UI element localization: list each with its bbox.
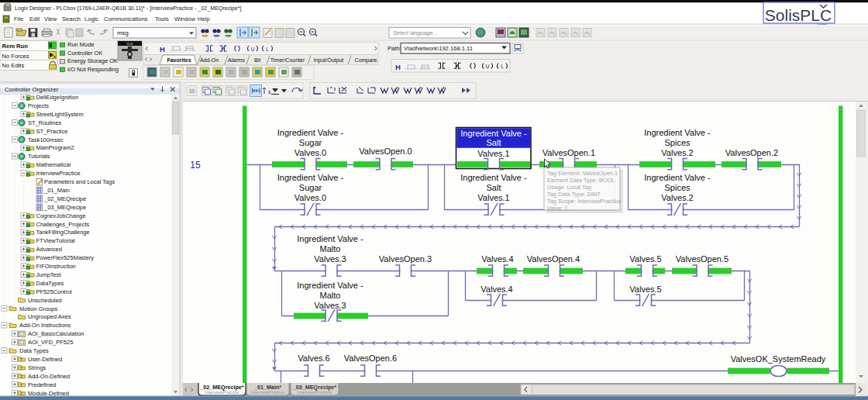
svg-text:T: T: [20, 367, 22, 371]
svg-text:Energy Storage OK: Energy Storage OK: [67, 57, 118, 64]
svg-text:Tag Scope: InterviewPractice: Tag Scope: InterviewPractice: [547, 198, 621, 205]
svg-text:StreetLightSystem: StreetLightSystem: [36, 111, 84, 118]
svg-text:Valves.5: Valves.5: [629, 254, 661, 264]
svg-text:U: U: [486, 64, 490, 69]
svg-text:Valves.6: Valves.6: [298, 353, 329, 363]
svg-text:_02_MEQrecipe: _02_MEQrecipe: [43, 195, 86, 202]
svg-text:Ingredient Valve -: Ingredient Valve -: [460, 173, 527, 182]
svg-text:Predefined: Predefined: [28, 381, 56, 388]
svg-text:RUN: RUN: [126, 43, 133, 46]
svg-text:Valves.2: Valves.2: [661, 148, 693, 157]
svg-text:Select language...: Select language...: [393, 29, 438, 36]
svg-text:ST_Routines: ST_Routines: [28, 119, 62, 126]
svg-text:Edit: Edit: [29, 16, 40, 22]
svg-text:Valves.4: Valves.4: [480, 284, 512, 294]
svg-text:Add-On-Defined: Add-On-Defined: [28, 373, 70, 380]
svg-text:Ingredient Valve -: Ingredient Valve -: [277, 128, 344, 137]
svg-text:ValvesOpen.0: ValvesOpen.0: [359, 147, 412, 156]
svg-text:Ingredient Valve -: Ingredient Valve -: [277, 173, 344, 182]
svg-text:No Edits: No Edits: [2, 62, 25, 69]
svg-text:TankFillingChallenge: TankFillingChallenge: [36, 229, 90, 236]
svg-text:Projects: Projects: [28, 102, 49, 109]
svg-text:Mathematical: Mathematical: [36, 161, 71, 168]
svg-text:Ingredient Valve -: Ingredient Valve -: [644, 128, 711, 137]
svg-text:Tag Data Type: DINT: Tag Data Type: DINT: [547, 191, 601, 198]
svg-text:PF525Control: PF525Control: [36, 288, 73, 295]
svg-text:Input/Output: Input/Output: [314, 57, 344, 64]
svg-text:10: 10: [189, 88, 195, 94]
svg-text:Add-On Instructions: Add-On Instructions: [19, 322, 71, 329]
svg-text:Valves.2: Valves.2: [661, 193, 693, 202]
svg-text:Timer/Counter: Timer/Counter: [270, 57, 305, 63]
svg-text:Valves.5: Valves.5: [629, 284, 661, 294]
svg-text:Spices: Spices: [664, 138, 691, 147]
svg-text:Value: 1: Value: 1: [547, 205, 568, 212]
svg-text:View: View: [44, 16, 57, 22]
svg-text:ValvesOK_SystemReady: ValvesOK_SystemReady: [731, 354, 826, 364]
svg-text:Communications: Communications: [104, 16, 148, 22]
svg-text:SolisPLC: SolisPLC: [765, 6, 832, 24]
svg-text:Controller Organizer: Controller Organizer: [5, 86, 59, 93]
svg-text:T: T: [20, 392, 22, 396]
svg-text:ValvesOpen.1: ValvesOpen.1: [542, 148, 595, 157]
svg-text:_03_MEQrecipe: _03_MEQrecipe: [43, 204, 86, 211]
svg-text:DataTypes: DataTypes: [36, 280, 64, 287]
svg-text:Module-Defined: Module-Defined: [28, 390, 69, 397]
svg-text:Element Data Type: BOOL: Element Data Type: BOOL: [547, 177, 615, 184]
svg-text:Search: Search: [62, 16, 81, 22]
svg-text:No Forces: No Forces: [2, 53, 29, 60]
svg-text:ValvesOpen.4: ValvesOpen.4: [527, 254, 580, 264]
svg-text:Strings: Strings: [28, 364, 46, 371]
svg-text:MainProgram2: MainProgram2: [36, 144, 74, 151]
svg-text:Tutorials: Tutorials: [28, 153, 50, 160]
svg-text:File: File: [14, 16, 23, 22]
svg-text:T: T: [20, 358, 22, 362]
svg-text:Valves.3: Valves.3: [314, 301, 346, 310]
svg-text:InterviewPractice: InterviewPractice: [298, 390, 332, 395]
svg-text:15: 15: [190, 160, 201, 171]
svg-text:AOI_VFD_PF525: AOI_VFD_PF525: [28, 339, 73, 346]
svg-text:Valves.1: Valves.1: [477, 149, 509, 158]
svg-text:Ingredient Valve -: Ingredient Valve -: [644, 173, 711, 182]
svg-text:ValvesOpen.2: ValvesOpen.2: [725, 148, 778, 157]
svg-text:Valves.0: Valves.0: [294, 148, 326, 157]
svg-text:FIFOinstruction: FIFOinstruction: [36, 263, 76, 270]
svg-text:Alarms: Alarms: [228, 57, 245, 63]
svg-text:InterviewPractice: InterviewPractice: [250, 390, 284, 395]
svg-text:Valves.1: Valves.1: [477, 193, 509, 202]
svg-text:msg: msg: [117, 29, 129, 36]
svg-text:Advanced: Advanced: [36, 246, 62, 253]
svg-text:Data Types: Data Types: [19, 347, 49, 354]
svg-text:Spices: Spices: [664, 183, 691, 192]
svg-text:Task100msec: Task100msec: [28, 136, 64, 143]
svg-text:Valves.3: Valves.3: [314, 254, 346, 264]
svg-text:Tag Element: ValvesOpen.1: Tag Element: ValvesOpen.1: [547, 170, 618, 177]
svg-text:PowerFlex525Mastery: PowerFlex525Mastery: [36, 254, 95, 261]
svg-text:Ingredient Valve -: Ingredient Valve -: [297, 281, 363, 290]
svg-text:CognexJobChange: CognexJobChange: [36, 212, 86, 219]
svg-text:T: T: [20, 384, 22, 388]
svg-text:Bit: Bit: [254, 57, 260, 63]
svg-text:Motion Groups: Motion Groups: [19, 305, 57, 312]
svg-text:H: H: [395, 63, 401, 71]
svg-text:Usage: Local Tag: Usage: Local Tag: [547, 184, 591, 191]
svg-text:ValvesOpen.6: ValvesOpen.6: [344, 353, 397, 363]
svg-text:Help: Help: [198, 16, 210, 22]
svg-text:Valves.4: Valves.4: [481, 254, 513, 264]
svg-text:Path:: Path:: [388, 45, 401, 52]
svg-text:AOI_BasicCalculation: AOI_BasicCalculation: [28, 330, 84, 337]
svg-text:User-Defined: User-Defined: [28, 356, 62, 363]
svg-text:FTViewTutorial: FTViewTutorial: [36, 237, 75, 244]
svg-text:Sugar: Sugar: [299, 183, 322, 192]
svg-text:U: U: [251, 47, 255, 52]
svg-text:L: L: [501, 64, 504, 69]
svg-text:Logic: Logic: [84, 16, 98, 22]
svg-text:InterviewPractice: InterviewPractice: [205, 390, 239, 395]
svg-text:Run Mode: Run Mode: [67, 41, 95, 48]
svg-text:ST_Practice: ST_Practice: [36, 128, 68, 135]
svg-text:Logix Designer - PLCbox [1769-: Logix Designer - PLCbox [1769-L24ER-QB1B…: [15, 5, 241, 12]
svg-text:Malto: Malto: [320, 291, 341, 300]
svg-text:Favorites: Favorites: [167, 57, 191, 63]
svg-text:T: T: [20, 375, 22, 379]
svg-text:Unscheduled: Unscheduled: [28, 297, 62, 304]
